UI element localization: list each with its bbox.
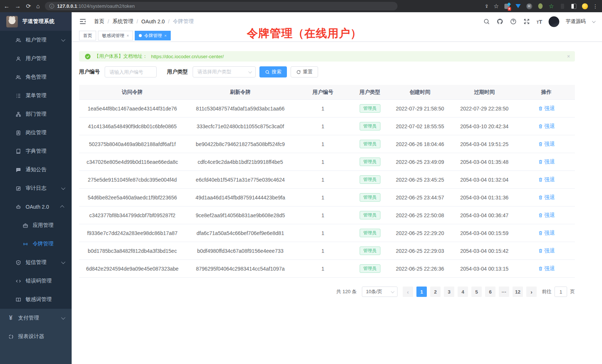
page-jump: 前往 页 <box>542 287 575 297</box>
extension-star-icon[interactable]: ☆ <box>548 3 554 9</box>
sidebar-item-app-management[interactable]: 应用管理 <box>0 216 72 235</box>
extension-gem-icon[interactable] <box>515 3 521 9</box>
tab-label: 令牌管理 <box>144 33 162 39</box>
extension-emoji-icon[interactable] <box>582 3 588 9</box>
page-button-2[interactable]: 2 <box>430 287 441 297</box>
avatar[interactable] <box>549 16 559 27</box>
force-logout-button[interactable]: 强退 <box>538 230 555 236</box>
page-size-select[interactable]: 10条/页 <box>362 287 397 297</box>
sidebar-item-dept-management[interactable]: 部门管理 <box>0 105 72 123</box>
expire-time: 2054-03-04 00:15:59 <box>460 230 508 236</box>
expire-time: 2054-03-04 19:51:25 <box>460 141 508 147</box>
extension-flask-icon[interactable] <box>559 3 566 9</box>
force-logout-button[interactable]: 强退 <box>538 105 555 112</box>
audit-log-icon <box>15 185 21 191</box>
access-token: b0d1785bc3a8482f812db4a3f3bd15ec <box>88 248 177 254</box>
table-cell: 1 <box>295 195 351 201</box>
user-id-input[interactable] <box>105 66 157 77</box>
page-button-4[interactable]: 4 <box>458 287 468 297</box>
sidebar-item-menu-management[interactable]: 菜单管理 <box>0 86 72 105</box>
search-button[interactable]: 搜索 <box>259 66 287 77</box>
page-ellipsis[interactable]: ··· <box>499 287 509 297</box>
extension-oval-icon[interactable] <box>537 3 543 9</box>
tab-close-icon[interactable]: × <box>127 33 129 38</box>
sidebar-item-sensitive-word-management[interactable]: 敏感词管理 <box>0 290 72 309</box>
breadcrumb-item-1[interactable]: 系统管理 <box>112 18 133 25</box>
sidebar-toggle-icon[interactable] <box>79 18 86 25</box>
user-type-select[interactable]: 请选择用户类型 <box>193 66 256 77</box>
forward-icon[interactable]: → <box>15 3 21 9</box>
sidebar-item-token-management[interactable]: 令牌管理 <box>0 235 72 253</box>
app-logo[interactable]: 芋道管理系统 <box>0 12 72 31</box>
table-cell: 1 <box>295 123 351 129</box>
force-logout-button[interactable]: 强退 <box>538 123 555 130</box>
font-size-icon[interactable]: TT <box>537 19 542 25</box>
fullscreen-icon[interactable] <box>523 18 530 25</box>
breadcrumb-item-0[interactable]: 首页 <box>94 18 104 25</box>
sidebar-item-dict-management[interactable]: 字典管理 <box>0 142 72 161</box>
home-icon[interactable]: ⌂ <box>36 3 40 9</box>
back-icon[interactable]: ← <box>4 3 10 9</box>
user-id: 1 <box>321 106 324 112</box>
user-menu-caret-icon[interactable] <box>592 19 596 23</box>
refresh-token: 333ecfc71e02480cb11055c875c3ca0f <box>197 123 284 129</box>
address-bar[interactable]: i 127.0.0.1:1024/system/oauth2/token <box>45 2 397 10</box>
help-icon[interactable] <box>510 18 517 25</box>
force-logout-button[interactable]: 强退 <box>538 176 555 183</box>
bookmark-star-icon[interactable]: ☆ <box>494 3 499 9</box>
force-logout-button[interactable]: 强退 <box>538 159 555 165</box>
sidebar-filler <box>0 346 72 364</box>
sidebar-item-report-designer[interactable]: 报表设计器 <box>0 327 72 346</box>
browser-menu-icon[interactable]: ⋮ <box>593 3 598 9</box>
force-logout-button[interactable]: 强退 <box>538 141 555 148</box>
extension-split-icon[interactable] <box>570 3 577 9</box>
sidebar-item-pay-management[interactable]: ¥支付管理 <box>0 309 72 327</box>
search-icon[interactable] <box>483 18 490 25</box>
table-cell: 2022-06-25 23:44:57 <box>389 195 451 201</box>
share-icon[interactable]: ⇪ <box>485 4 489 9</box>
tab-2[interactable]: 令牌管理× <box>135 31 170 40</box>
next-page-button[interactable]: › <box>526 287 537 297</box>
tab-close-icon[interactable]: × <box>164 33 166 38</box>
tab-1[interactable]: 敏感词管理× <box>98 31 133 40</box>
breadcrumb-item-2[interactable]: OAuth 2.0 <box>141 19 165 24</box>
sidebar-item-post-management[interactable]: 岗位管理 <box>0 123 72 142</box>
page-info-icon[interactable]: i <box>49 4 54 9</box>
extension-pin-icon[interactable]: 9 <box>504 3 510 9</box>
table-cell: 强退 <box>518 230 575 236</box>
alert-close-icon[interactable]: × <box>567 53 570 59</box>
page-button-5[interactable]: 5 <box>471 287 482 297</box>
sidebar-item-label: 租户管理 <box>26 37 46 43</box>
sidebar-item-error-code-management[interactable]: 错误码管理 <box>0 272 72 290</box>
page-button-3[interactable]: 3 <box>444 287 454 297</box>
github-icon[interactable] <box>497 18 504 25</box>
sidebar-item-oauth2[interactable]: OAuth 2.0 <box>0 198 72 216</box>
force-logout-button[interactable]: 强退 <box>538 212 555 219</box>
sidebar-item-sms-management[interactable]: 短信管理 <box>0 253 72 272</box>
page-button-6[interactable]: 6 <box>485 287 495 297</box>
force-logout-button[interactable]: 强退 <box>538 248 555 254</box>
reload-icon[interactable]: ⟳ <box>26 3 31 9</box>
table-cell: 1 <box>295 159 351 165</box>
table-cell: 强退 <box>518 105 575 112</box>
prev-page-button[interactable]: ‹ <box>403 287 413 297</box>
tab-0[interactable]: 首页 <box>79 31 96 40</box>
sidebar-item-notice-announcement[interactable]: 通知公告 <box>0 161 72 179</box>
user-id: 1 <box>321 177 324 183</box>
reset-button[interactable]: 重置 <box>291 66 318 77</box>
page-button-12[interactable]: 12 <box>513 287 523 297</box>
sidebar-item-user-management[interactable]: 用户管理 <box>0 49 72 68</box>
extension-command-icon[interactable]: ⌘ <box>526 3 532 9</box>
force-logout-button[interactable]: 强退 <box>538 265 555 272</box>
sidebar-item-tenant-management[interactable]: 租户管理 <box>0 31 72 49</box>
sidebar-item-role-management[interactable]: 角色管理 <box>0 68 72 86</box>
sidebar-item-audit-log[interactable]: 审计日志 <box>0 179 72 198</box>
menu-tree-icon <box>15 93 21 99</box>
force-logout-button[interactable]: 强退 <box>538 194 555 201</box>
jump-page-input[interactable] <box>554 287 567 297</box>
tab-label: 敏感词管理 <box>102 33 124 39</box>
alert-link[interactable]: https://doc.iocoder.cn/user-center/ <box>151 54 224 59</box>
column-header-1: 刷新令牌 <box>186 89 295 96</box>
user-name[interactable]: 芋道源码 <box>566 18 586 25</box>
page-button-1[interactable]: 1 <box>416 287 427 297</box>
